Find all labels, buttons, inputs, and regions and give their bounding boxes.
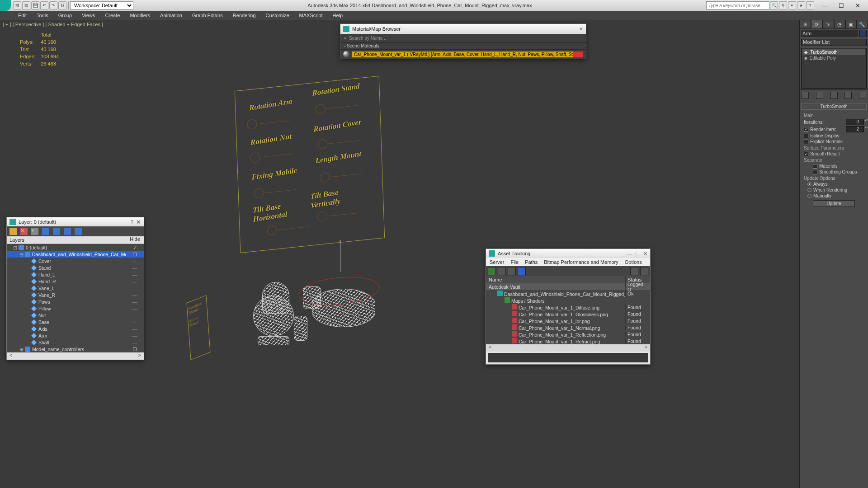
menu-help[interactable]: Help — [328, 12, 348, 19]
asset-help-icon[interactable] — [630, 267, 638, 275]
update-button[interactable]: Update — [813, 200, 855, 207]
asset-row[interactable]: Dashboard_and_Windshield_Phone_Car_Mount… — [486, 290, 650, 297]
modifier-stack[interactable]: ◈ TurboSmooth ■ Editable Poly — [801, 48, 867, 89]
asset-row[interactable]: Car_Phone_Mount_var_1_Refract.pngFound — [486, 338, 650, 344]
menu-customize[interactable]: Customize — [261, 12, 294, 19]
layer-manager-help-icon[interactable]: ? — [128, 219, 136, 225]
asset-max-button[interactable]: ☐ — [635, 251, 640, 257]
matbrowser-item-label[interactable]: Car_Phone_Mount_var_1 ( VRayMtl ) [Arm, … — [352, 52, 583, 57]
asset-settings-icon[interactable] — [640, 267, 648, 275]
viewport-label[interactable]: [ + ] [ Perspective ] [ Shaded + Edged F… — [3, 22, 103, 27]
window-maximize-button[interactable]: ☐ — [835, 2, 847, 9]
delete-layer-icon[interactable]: ✕ — [20, 228, 28, 235]
update-always-radio[interactable] — [807, 182, 811, 186]
new-file-icon[interactable]: ▧ — [13, 1, 21, 9]
layer-row[interactable]: Axis— — [7, 325, 144, 332]
menu-views[interactable]: Views — [77, 12, 99, 19]
asset-menu-bitmap[interactable]: Bitmap Performance and Memory — [544, 259, 618, 265]
menu-modifiers[interactable]: Modifiers — [125, 12, 155, 19]
menu-edit[interactable]: Edit — [14, 12, 31, 19]
redo-icon[interactable]: ↷ — [49, 1, 57, 9]
asset-close-button[interactable]: ✕ — [643, 251, 647, 257]
undo-icon[interactable]: ↶ — [40, 1, 48, 9]
layer-row[interactable]: Hand_R— — [7, 278, 144, 285]
asset-tree[interactable]: Autodesk VaultLogged ODashboard_and_Wind… — [486, 283, 650, 344]
new-layer-icon[interactable] — [9, 228, 17, 235]
iterations-spinner[interactable]: 0 — [846, 119, 864, 125]
sep-materials-checkbox[interactable] — [813, 164, 817, 169]
remove-modifier-icon[interactable] — [844, 92, 852, 99]
asset-row[interactable]: Car_Phone_Mount_var_1_Reflection.pngFoun… — [486, 331, 650, 338]
add-to-layer-icon[interactable]: + — [31, 228, 38, 235]
tab-create-icon[interactable]: ✳ — [800, 20, 811, 29]
render-iters-checkbox[interactable] — [804, 127, 808, 131]
menu-grapheditors[interactable]: Graph Editors — [188, 12, 227, 19]
tab-display-icon[interactable]: ▣ — [845, 20, 857, 29]
layer-row[interactable]: Shaft— — [7, 339, 144, 346]
asset-view3-icon[interactable] — [518, 267, 526, 275]
update-render-radio[interactable] — [807, 188, 811, 192]
asset-scrollbar[interactable]: <> — [486, 344, 650, 352]
tab-motion-icon[interactable]: ◔ — [834, 20, 845, 29]
isoline-checkbox[interactable] — [804, 134, 808, 138]
asset-min-button[interactable]: — — [627, 251, 632, 257]
menu-maxscript[interactable]: MAXScript — [295, 12, 327, 19]
pin-stack-icon[interactable] — [802, 92, 809, 99]
matbrowser-section-header[interactable]: - Scene Materials — [340, 42, 586, 49]
layer-row[interactable]: Nut— — [7, 312, 144, 319]
object-color-swatch[interactable] — [859, 30, 867, 37]
open-file-icon[interactable]: ▤ — [22, 1, 30, 9]
explicit-normals-checkbox[interactable] — [804, 140, 808, 144]
sep-sgroups-checkbox[interactable] — [813, 170, 817, 174]
layer-manager-window[interactable]: Layer: 0 (default) ? ✕ ✕ + LayersHide ⊟0… — [6, 217, 144, 360]
layer-row[interactable]: Vane_R— — [7, 291, 144, 298]
layer-row[interactable]: ⊞Model_name_controllers — [7, 346, 144, 352]
help-icon[interactable]: ? — [806, 1, 814, 9]
smooth-result-checkbox[interactable] — [804, 152, 808, 156]
favorite-icon[interactable]: ★ — [797, 1, 805, 9]
configure-sets-icon[interactable] — [859, 92, 866, 99]
tab-utilities-icon[interactable]: 🔧 — [857, 20, 868, 29]
make-unique-icon[interactable] — [830, 92, 838, 99]
tab-hierarchy-icon[interactable]: ⇲ — [822, 20, 834, 29]
layer-row[interactable]: ⊟0 (default)✓ — [7, 244, 144, 251]
menu-group[interactable]: Group — [54, 12, 77, 19]
window-minimize-button[interactable]: — — [819, 2, 831, 9]
asset-tracking-titlebar[interactable]: Asset Tracking — ☐ ✕ — [486, 249, 650, 258]
asset-row[interactable]: Autodesk VaultLogged O — [486, 283, 650, 290]
asset-row[interactable]: Maps / Shaders — [486, 297, 650, 304]
rollout-header[interactable]: TurboSmooth — [801, 103, 867, 110]
layer-row[interactable]: ⊟Dashboard_and_Windshield_Phone_Car_Moun… — [7, 251, 144, 258]
asset-menu-paths[interactable]: Paths — [525, 259, 538, 265]
layer-row[interactable]: Paws— — [7, 298, 144, 305]
layer-row[interactable]: Cover— — [7, 258, 144, 264]
matbrowser-item-row[interactable]: Car_Phone_Mount_var_1 ( VRayMtl ) [Arm, … — [340, 49, 586, 59]
menu-rendering[interactable]: Rendering — [228, 12, 260, 19]
layer-tree[interactable]: ⊟0 (default)✓⊟Dashboard_and_Windshield_P… — [7, 244, 144, 352]
exchange-icon[interactable]: ✶ — [788, 1, 796, 9]
link-icon[interactable]: ⛓ — [58, 1, 66, 9]
highlight-selected-icon[interactable] — [53, 228, 60, 235]
object-name-field[interactable]: Arm — [801, 30, 858, 37]
asset-menu-server[interactable]: Server — [490, 259, 504, 265]
community-icon[interactable]: ⚲ — [779, 1, 787, 9]
layer-manager-scrollbar[interactable]: <> — [7, 352, 144, 360]
asset-menu-options[interactable]: Options — [625, 259, 642, 265]
asset-menu-file[interactable]: File — [510, 259, 519, 265]
matbrowser-titlebar[interactable]: Material/Map Browser ✕ — [340, 24, 586, 34]
layer-row[interactable]: Base— — [7, 319, 144, 325]
save-icon[interactable]: 💾 — [31, 1, 39, 9]
modifier-list-dropdown[interactable]: Modifier List — [801, 39, 867, 46]
help-search-input[interactable] — [706, 1, 769, 9]
layer-row[interactable]: Pillow— — [7, 305, 144, 312]
asset-row[interactable]: Car_Phone_Mount_var_1_Diffuse.pngFound — [486, 304, 650, 310]
update-manual-radio[interactable] — [807, 194, 811, 198]
app-logo-icon[interactable] — [0, 0, 11, 11]
material-map-browser-window[interactable]: Material/Map Browser ✕ Search by Name ..… — [340, 23, 586, 59]
layer-manager-titlebar[interactable]: Layer: 0 (default) ? ✕ — [7, 217, 144, 226]
hide-unhide-icon[interactable] — [64, 228, 71, 235]
matbrowser-close-button[interactable]: ✕ — [579, 26, 583, 32]
layer-row[interactable]: Vane_L— — [7, 285, 144, 291]
matbrowser-search-input[interactable]: Search by Name ... — [340, 34, 586, 42]
window-close-button[interactable]: ✕ — [852, 2, 863, 9]
